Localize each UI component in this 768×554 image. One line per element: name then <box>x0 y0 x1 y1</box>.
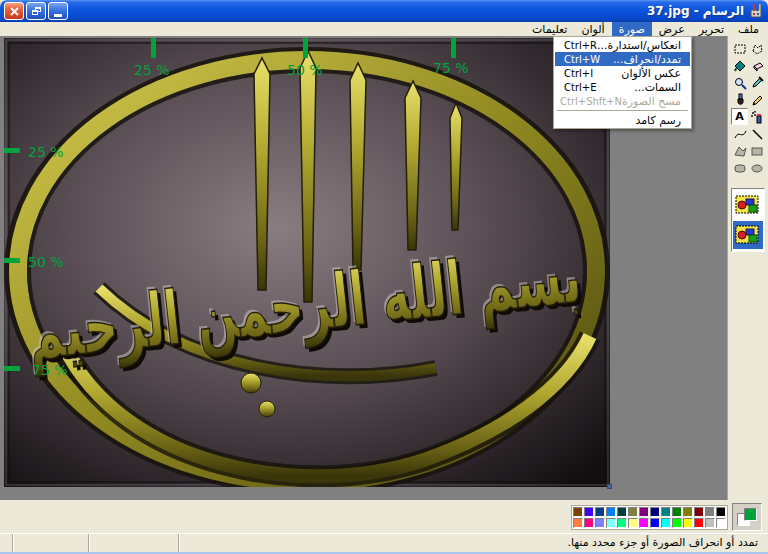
color-swatch[interactable] <box>628 507 638 517</box>
tool-options-panel <box>731 188 765 252</box>
tool-grid: A <box>731 40 765 176</box>
color-swatch[interactable] <box>606 518 616 528</box>
opaque-background-icon <box>735 194 761 216</box>
close-button[interactable] <box>4 2 24 20</box>
top-ruler-label-25: 25 % <box>134 62 170 78</box>
close-icon <box>10 7 19 16</box>
tool-pencil-button[interactable] <box>748 91 765 108</box>
tool-fill-button[interactable] <box>731 57 748 74</box>
color-swatch[interactable] <box>628 518 638 528</box>
status-pane-2 <box>13 534 89 552</box>
status-message: تمدد أو انحراف الصورة أو جزء محدد منها. <box>179 534 768 552</box>
menu-edit[interactable]: تحرير <box>692 22 731 36</box>
color-swatch[interactable] <box>694 518 704 528</box>
color-swatch[interactable] <box>617 518 627 528</box>
free-select-icon <box>750 42 764 56</box>
tool-brush-button[interactable] <box>731 91 748 108</box>
rectangle-icon <box>750 144 764 158</box>
minimize-icon <box>54 14 62 17</box>
color-swatch[interactable] <box>716 507 726 517</box>
palette-row-2 <box>573 518 726 528</box>
color-swatch[interactable] <box>705 507 715 517</box>
left-ruler-label-75: 75 % <box>32 362 68 378</box>
transparent-background-option[interactable] <box>733 221 763 249</box>
title-bar[interactable]: 37.jpg - الرسام <box>0 0 768 22</box>
top-ruler-label-50: 50 % <box>287 62 323 78</box>
color-swatch[interactable] <box>672 518 682 528</box>
color-swatch[interactable] <box>694 507 704 517</box>
menu-image[interactable]: صورة <box>612 22 652 36</box>
color-swatch[interactable] <box>595 518 605 528</box>
tool-box: A <box>727 36 768 500</box>
window-title: 37.jpg - الرسام <box>647 4 744 18</box>
magnifier-icon <box>733 76 747 90</box>
menu-item-clear-image: مسح الصورة Ctrl+Shft+N <box>555 94 690 108</box>
pencil-icon <box>750 93 764 107</box>
color-swatch[interactable] <box>595 507 605 517</box>
tool-rectangle-button[interactable] <box>748 142 765 159</box>
menu-colors[interactable]: ألوان <box>574 22 611 36</box>
text-tool-icon: A <box>735 111 744 122</box>
menu-item-draw-opaque[interactable]: رسم كامد <box>555 113 690 127</box>
color-swatch[interactable] <box>683 507 693 517</box>
tool-airbrush-button[interactable] <box>748 108 765 125</box>
color-palette <box>571 505 728 530</box>
image-menu-dropdown: انعكاس/استدارة... Ctrl+R تمدد/انحراف... … <box>553 36 692 129</box>
color-swatch[interactable] <box>650 507 660 517</box>
current-colors-indicator[interactable] <box>732 503 762 531</box>
palette-row-1 <box>573 507 726 517</box>
tool-color-picker-button[interactable] <box>748 74 765 91</box>
transparent-background-icon <box>735 224 761 246</box>
eyedropper-icon <box>750 76 764 90</box>
color-swatch[interactable] <box>584 507 594 517</box>
tool-rounded-rectangle-button[interactable] <box>731 159 748 176</box>
foreground-color <box>744 508 757 521</box>
paint-window: 37.jpg - الرسام ملف تحرير عرض صورة ألوان… <box>0 0 768 554</box>
tool-magnifier-button[interactable] <box>731 74 748 91</box>
restore-icon <box>32 7 41 15</box>
tool-text-button[interactable]: A <box>731 108 748 125</box>
tool-rect-select-button[interactable] <box>731 40 748 57</box>
color-swatch[interactable] <box>606 507 616 517</box>
eraser-icon <box>750 59 764 73</box>
canvas-image[interactable]: بسم الله الرحمن الرحيم بسم الله الرحمن ا… <box>4 38 610 487</box>
curve-icon <box>733 127 747 141</box>
tool-free-select-button[interactable] <box>748 40 765 57</box>
menu-bar: ملف تحرير عرض صورة ألوان تعليمات <box>0 22 768 36</box>
color-swatch[interactable] <box>705 518 715 528</box>
tool-polygon-button[interactable] <box>731 142 748 159</box>
color-swatch[interactable] <box>661 518 671 528</box>
color-swatch[interactable] <box>573 518 583 528</box>
restore-button[interactable] <box>26 2 46 20</box>
tool-eraser-button[interactable] <box>748 57 765 74</box>
tool-curve-button[interactable] <box>731 125 748 142</box>
menu-item-attributes[interactable]: السمات... Ctrl+E <box>555 80 690 94</box>
color-swatch[interactable] <box>639 507 649 517</box>
menu-help[interactable]: تعليمات <box>525 22 574 36</box>
paint-app-icon <box>748 3 764 19</box>
status-bar: تمدد أو انحراف الصورة أو جزء محدد منها. <box>0 533 768 552</box>
menu-view[interactable]: عرض <box>652 22 692 36</box>
opaque-background-option[interactable] <box>733 191 763 219</box>
menu-file[interactable]: ملف <box>731 22 766 36</box>
canvas-resize-handle[interactable] <box>607 484 612 489</box>
minimize-button[interactable] <box>48 2 68 20</box>
menu-item-invert-colors[interactable]: عكس الألوان Ctrl+I <box>555 66 690 80</box>
canvas[interactable]: بسم الله الرحمن الرحيم بسم الله الرحمن ا… <box>4 38 610 487</box>
color-swatch[interactable] <box>716 518 726 528</box>
color-swatch[interactable] <box>650 518 660 528</box>
color-swatch[interactable] <box>683 518 693 528</box>
color-swatch[interactable] <box>661 507 671 517</box>
color-swatch[interactable] <box>639 518 649 528</box>
color-swatch[interactable] <box>573 507 583 517</box>
color-swatch[interactable] <box>672 507 682 517</box>
tool-ellipse-button[interactable] <box>748 159 765 176</box>
menu-separator <box>557 110 688 111</box>
top-ruler-label-75: 75 % <box>433 60 469 76</box>
tool-line-button[interactable] <box>748 125 765 142</box>
color-swatch[interactable] <box>584 518 594 528</box>
menu-item-stretch-skew[interactable]: تمدد/انحراف... Ctrl+W <box>555 52 690 66</box>
color-swatch[interactable] <box>617 507 627 517</box>
menu-item-flip-rotate[interactable]: انعكاس/استدارة... Ctrl+R <box>555 38 690 52</box>
color-box <box>571 503 762 531</box>
